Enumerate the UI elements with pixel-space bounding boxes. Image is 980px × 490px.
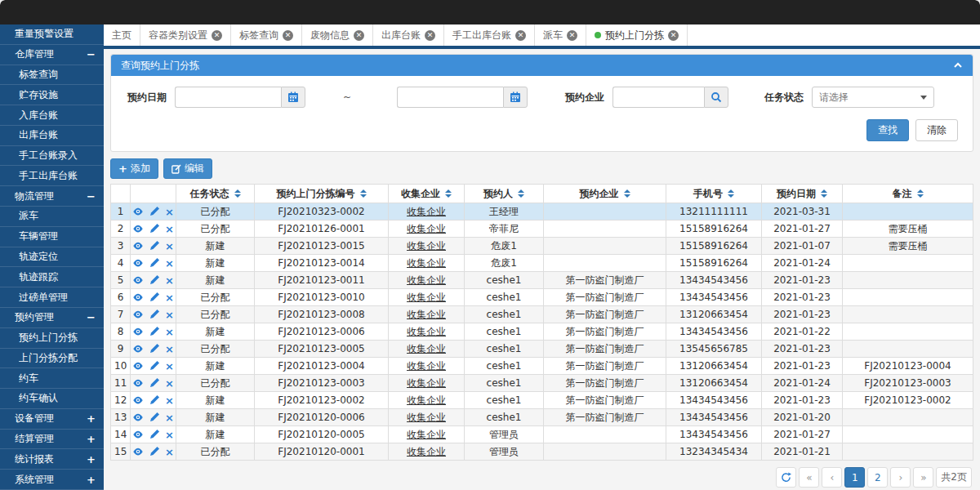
table-row[interactable]: 11 × 已分配 FJ20210123-0003 收集企业 ceshe1 第一防… [111,375,973,392]
table-row[interactable]: 7 × 已分配 FJ20210123-0008 收集企业 ceshe1 第一防盗… [111,306,973,323]
sidebar-item-warehouse-management[interactable]: 仓库管理 − [0,45,104,65]
delete-x-icon[interactable]: × [165,412,174,423]
pencil-icon[interactable] [149,430,159,439]
collector-link[interactable]: 收集企业 [407,240,446,252]
eye-icon[interactable] [132,258,144,268]
col-note[interactable]: 备注 [843,185,973,203]
eye-icon[interactable] [132,241,144,251]
collector-link[interactable]: 收集企业 [407,206,446,217]
eye-icon[interactable] [132,412,144,422]
sidebar-item-equipment-management[interactable]: 设备管理 + [0,409,104,430]
pencil-icon[interactable] [149,327,159,336]
sidebar-item-manual-outbound-ledger[interactable]: 手工出库台账 [0,166,104,186]
eye-icon[interactable] [132,224,144,234]
table-row[interactable]: 6 × 已分配 FJ20210123-0010 收集企业 ceshe1 第一防盗… [111,289,973,306]
expand-toggle-icon[interactable]: − [87,48,96,60]
expand-toggle-icon[interactable]: + [87,474,96,486]
calendar-icon[interactable] [503,87,528,108]
prev-page-button[interactable]: ‹ [822,467,842,488]
sidebar-item-vehicle-management[interactable]: 车辆管理 [0,227,104,247]
table-row[interactable]: 10 × 新建 FJ20210123-0004 收集企业 ceshe1 第一防盗… [111,358,973,375]
sidebar-item-appointment-management[interactable]: 预约管理 − [0,308,104,328]
expand-toggle-icon[interactable]: + [87,433,96,445]
sort-icon[interactable] [624,189,630,198]
table-row[interactable]: 8 × 新建 FJ20210123-0006 收集企业 ceshe1 第一防盗门… [111,323,973,341]
magnifier-icon[interactable] [704,87,728,108]
delete-x-icon[interactable]: × [165,310,174,320]
expand-toggle-icon[interactable]: − [87,190,96,203]
eye-icon[interactable] [132,430,144,439]
tab-waste-info[interactable]: 废物信息 ✕ [302,24,373,46]
pencil-icon[interactable] [149,378,159,388]
sidebar-item-manual-ledger-entry[interactable]: 手工台账录入 [0,146,104,167]
sort-icon[interactable] [728,189,734,198]
pencil-icon[interactable] [149,310,159,319]
tab-close-icon[interactable]: ✕ [212,30,222,41]
pencil-icon[interactable] [149,344,159,354]
collector-link[interactable]: 收集企业 [407,394,446,406]
table-row[interactable]: 2 × 已分配 FJ20210126-0001 收集企业 帝菲尼 1515891… [111,220,973,238]
collector-link[interactable]: 收集企业 [407,377,446,389]
sort-icon[interactable] [518,189,524,198]
tab-container-category-settings[interactable]: 容器类别设置 ✕ [140,24,231,46]
sort-icon[interactable] [234,189,241,198]
eye-icon[interactable] [132,207,144,216]
sort-icon[interactable] [445,189,452,198]
refresh-button[interactable] [776,467,796,488]
delete-x-icon[interactable]: × [165,344,174,354]
tab-home[interactable]: 主页 [104,24,140,46]
sidebar-item-statistics-report[interactable]: 统计报表 + [0,449,104,470]
sort-icon[interactable] [821,189,827,198]
table-row[interactable]: 3 × 新建 FJ20210123-0015 收集企业 危废1 15158916… [111,238,973,255]
delete-x-icon[interactable]: × [165,258,174,269]
tab-close-icon[interactable]: ✕ [425,30,435,41]
table-row[interactable]: 13 × 新建 FJ20210120-0006 收集企业 ceshe1 第一防盗… [111,409,973,426]
sidebar-item-track-positioning[interactable]: 轨迹定位 [0,247,104,268]
tab-close-icon[interactable]: ✕ [354,30,364,41]
delete-x-icon[interactable]: × [165,447,174,457]
delete-x-icon[interactable]: × [165,207,174,217]
date-from-input[interactable] [175,87,281,108]
expand-toggle-icon[interactable]: + [87,412,96,425]
eye-icon[interactable] [132,310,144,319]
sidebar-item-outbound-ledger[interactable]: 出库台账 [0,126,104,146]
tab-close-icon[interactable]: ✕ [567,30,577,41]
collector-link[interactable]: 收集企业 [407,257,446,269]
clear-button[interactable]: 清除 [915,119,958,141]
pencil-icon[interactable] [149,241,159,251]
pencil-icon[interactable] [149,224,159,234]
sidebar-item-track-tracing[interactable]: 轨迹跟踪 [0,267,104,287]
expand-toggle-icon[interactable]: + [87,453,96,466]
col-phone[interactable]: 手机号 [666,185,762,203]
tab-appointment-door-sorting[interactable]: 预约上门分拣 ✕ [586,24,688,46]
col-person[interactable]: 预约人 [465,185,544,203]
tab-manual-outbound-ledger[interactable]: 手工出库台账 ✕ [444,24,535,46]
company-input[interactable] [612,87,704,108]
sidebar-item-settlement-management[interactable]: 结算管理 + [0,430,104,450]
eye-icon[interactable] [132,378,144,388]
next-page-button[interactable]: › [890,467,911,488]
col-task-status[interactable]: 任务状态 [176,185,255,203]
tab-close-icon[interactable]: ✕ [515,30,526,41]
eye-icon[interactable] [132,344,144,354]
tab-label-query[interactable]: 标签查询 ✕ [231,24,302,46]
collector-link[interactable]: 收集企业 [407,343,446,354]
date-to-input[interactable] [397,87,503,108]
delete-x-icon[interactable]: × [165,361,174,372]
sidebar-item-storage-facility[interactable]: 贮存设施 [0,85,104,105]
eye-icon[interactable] [132,292,144,302]
eye-icon[interactable] [132,447,144,457]
calendar-icon[interactable] [281,87,305,108]
sidebar-item-book-vehicle-confirm[interactable]: 约车确认 [0,389,104,409]
table-row[interactable]: 15 × 已分配 FJ20210120-0001 收集企业 管理员 132343… [111,443,973,461]
collector-link[interactable]: 收集企业 [407,326,446,337]
table-row[interactable]: 9 × 已分配 FJ20210123-0005 收集企业 ceshe1 第一防盗… [111,341,973,358]
pencil-icon[interactable] [149,361,159,371]
sidebar-item-book-vehicle[interactable]: 约车 [0,368,104,389]
table-row[interactable]: 4 × 新建 FJ20210123-0014 收集企业 危废1 15158916… [111,255,973,272]
delete-x-icon[interactable]: × [165,241,174,252]
sidebar-item-logistics-management[interactable]: 物流管理 − [0,186,104,207]
sidebar-item-label-query[interactable]: 标签查询 [0,65,104,86]
table-row[interactable]: 1 × 已分配 FJ20210323-0002 收集企业 王经理 1321111… [111,203,973,220]
pencil-icon[interactable] [149,447,159,457]
